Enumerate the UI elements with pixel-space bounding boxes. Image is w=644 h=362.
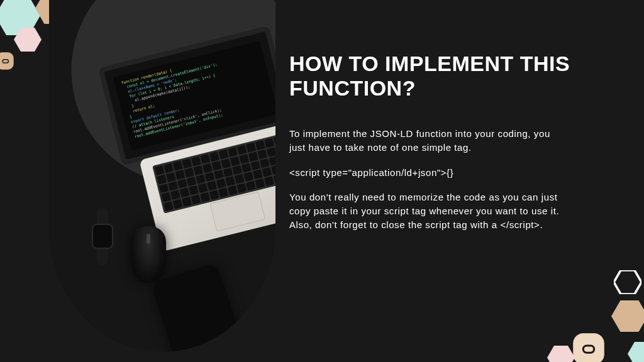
- smartwatch-illustration: [88, 207, 117, 265]
- code-snippet: <script type="application/ld+json">{}: [289, 166, 560, 180]
- hexagon-icon: [611, 300, 644, 332]
- paragraph: To implement the JSON-LD function into y…: [289, 127, 560, 155]
- mouse-illustration: [131, 226, 166, 283]
- hexagon-rounded-icon: [0, 49, 19, 73]
- svg-marker-8: [611, 300, 644, 332]
- hexagon-icon: [628, 342, 644, 362]
- svg-marker-11: [628, 342, 644, 362]
- svg-marker-9: [614, 270, 641, 294]
- laptop-illustration: function render(data) { const el = docum…: [98, 26, 275, 251]
- hexagon-icon: [547, 346, 575, 362]
- svg-rect-4: [0, 52, 14, 69]
- svg-marker-10: [547, 346, 575, 362]
- hexagon-outline-icon: [614, 270, 641, 294]
- paragraph: You don't really need to memorize the co…: [289, 190, 560, 231]
- hexagon-icon: [14, 28, 42, 52]
- svg-rect-6: [573, 333, 604, 362]
- slide-heading: HOW TO IMPLEMENT THIS FUNCTION?: [289, 52, 604, 101]
- phone-illustration: [151, 263, 255, 352]
- svg-marker-3: [14, 28, 42, 52]
- hero-image: function render(data) { const el = docum…: [49, 0, 275, 352]
- slide-body: To implement the JSON-LD function into y…: [289, 127, 604, 232]
